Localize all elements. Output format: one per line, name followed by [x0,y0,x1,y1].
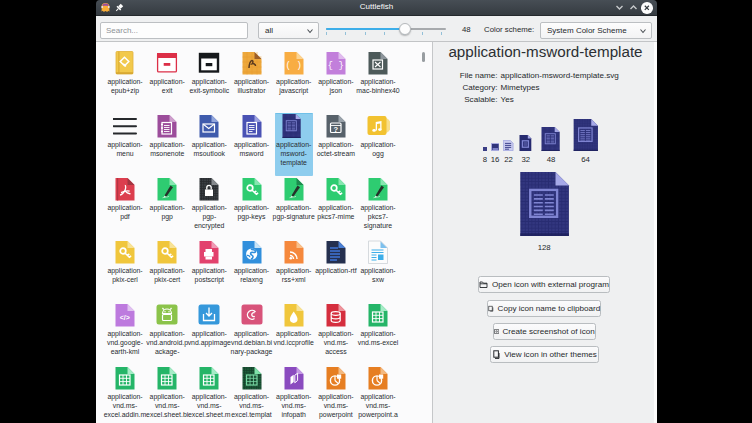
svg-text:?: ? [333,124,338,133]
svg-text:</>: </> [120,313,130,320]
svg-text:{ }: { } [327,61,343,71]
svg-text:( ): ( ) [285,61,301,71]
